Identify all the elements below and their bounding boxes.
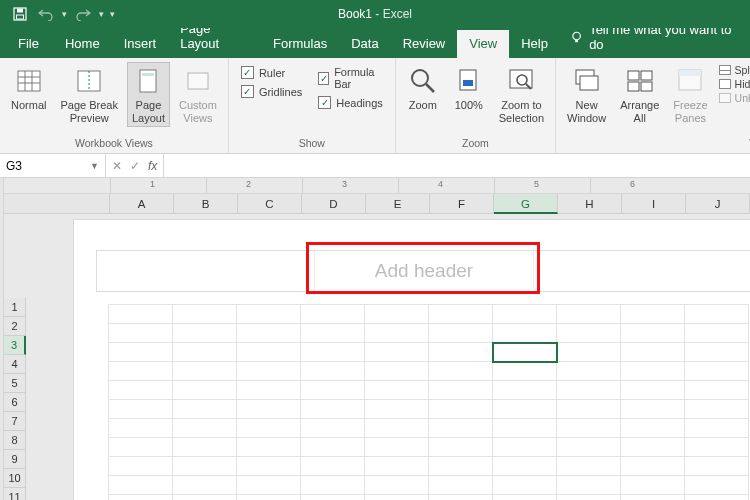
- tab-file[interactable]: File: [4, 30, 53, 58]
- cell-E8[interactable]: [365, 438, 429, 457]
- zoom-to-selection-button[interactable]: Zoom to Selection: [494, 62, 549, 127]
- cell-C11[interactable]: [237, 495, 301, 501]
- cell-D1[interactable]: [301, 305, 365, 324]
- cell-H5[interactable]: [557, 381, 621, 400]
- unhide-button[interactable]: Unhide: [719, 92, 750, 104]
- cell-G9[interactable]: [493, 457, 557, 476]
- cell-G7[interactable]: [493, 419, 557, 438]
- name-box-dropdown-icon[interactable]: ▼: [90, 161, 99, 171]
- tab-help[interactable]: Help: [509, 30, 560, 58]
- page-header-zone[interactable]: Add header: [96, 250, 750, 292]
- cell-H4[interactable]: [557, 362, 621, 381]
- cell-G5[interactable]: [493, 381, 557, 400]
- row-header-2[interactable]: 2: [4, 317, 26, 336]
- cell-D7[interactable]: [301, 419, 365, 438]
- tab-data[interactable]: Data: [339, 30, 390, 58]
- cell-J5[interactable]: [685, 381, 749, 400]
- zoom-100-button[interactable]: 100%: [448, 62, 490, 115]
- formula-input[interactable]: [164, 154, 750, 177]
- cell-J2[interactable]: [685, 324, 749, 343]
- cell-E7[interactable]: [365, 419, 429, 438]
- cell-F9[interactable]: [429, 457, 493, 476]
- cell-C9[interactable]: [237, 457, 301, 476]
- cell-I1[interactable]: [621, 305, 685, 324]
- header-right-segment[interactable]: [534, 251, 750, 291]
- cell-H8[interactable]: [557, 438, 621, 457]
- cell-J11[interactable]: [685, 495, 749, 501]
- cell-A10[interactable]: [109, 476, 173, 495]
- cell-F10[interactable]: [429, 476, 493, 495]
- header-left-segment[interactable]: [97, 251, 315, 291]
- cell-C10[interactable]: [237, 476, 301, 495]
- cell-J8[interactable]: [685, 438, 749, 457]
- cell-C2[interactable]: [237, 324, 301, 343]
- cell-C1[interactable]: [237, 305, 301, 324]
- row-header-7[interactable]: 7: [4, 412, 26, 431]
- cell-G6[interactable]: [493, 400, 557, 419]
- cell-A11[interactable]: [109, 495, 173, 501]
- cancel-formula-icon[interactable]: ✕: [112, 159, 122, 173]
- normal-view-button[interactable]: Normal: [6, 62, 51, 115]
- cell-E1[interactable]: [365, 305, 429, 324]
- cell-E9[interactable]: [365, 457, 429, 476]
- gridlines-checkbox[interactable]: ✓Gridlines: [241, 85, 302, 98]
- undo-dropdown-icon[interactable]: ▾: [62, 9, 67, 19]
- cell-G3[interactable]: [493, 343, 557, 362]
- cell-C4[interactable]: [237, 362, 301, 381]
- cell-C5[interactable]: [237, 381, 301, 400]
- cell-F1[interactable]: [429, 305, 493, 324]
- cell-A3[interactable]: [109, 343, 173, 362]
- cell-I9[interactable]: [621, 457, 685, 476]
- cell-D3[interactable]: [301, 343, 365, 362]
- qat-customize-icon[interactable]: ▾: [110, 9, 115, 19]
- cell-J9[interactable]: [685, 457, 749, 476]
- row-header-8[interactable]: 8: [4, 431, 26, 450]
- name-box[interactable]: G3 ▼: [0, 154, 106, 177]
- tab-insert[interactable]: Insert: [112, 30, 169, 58]
- cell-E2[interactable]: [365, 324, 429, 343]
- new-window-button[interactable]: New Window: [562, 62, 611, 127]
- row-header-9[interactable]: 9: [4, 450, 26, 469]
- cell-G10[interactable]: [493, 476, 557, 495]
- hide-button[interactable]: Hide: [719, 78, 750, 90]
- cell-B4[interactable]: [173, 362, 237, 381]
- column-header-H[interactable]: H: [558, 194, 622, 214]
- cell-E6[interactable]: [365, 400, 429, 419]
- column-header-G[interactable]: G: [494, 194, 558, 214]
- page-break-preview-button[interactable]: Page Break Preview: [55, 62, 122, 127]
- cell-A5[interactable]: [109, 381, 173, 400]
- cell-grid[interactable]: [108, 304, 749, 500]
- cell-I7[interactable]: [621, 419, 685, 438]
- cell-F7[interactable]: [429, 419, 493, 438]
- cell-G4[interactable]: [493, 362, 557, 381]
- cell-H6[interactable]: [557, 400, 621, 419]
- column-header-C[interactable]: C: [238, 194, 302, 214]
- cell-E5[interactable]: [365, 381, 429, 400]
- redo-dropdown-icon[interactable]: ▾: [99, 9, 104, 19]
- cell-B7[interactable]: [173, 419, 237, 438]
- cell-C3[interactable]: [237, 343, 301, 362]
- cell-I5[interactable]: [621, 381, 685, 400]
- cell-D4[interactable]: [301, 362, 365, 381]
- cell-B1[interactable]: [173, 305, 237, 324]
- column-header-F[interactable]: F: [430, 194, 494, 214]
- cell-D10[interactable]: [301, 476, 365, 495]
- cell-G2[interactable]: [493, 324, 557, 343]
- cell-H3[interactable]: [557, 343, 621, 362]
- cell-I10[interactable]: [621, 476, 685, 495]
- horizontal-ruler[interactable]: 123456: [4, 178, 750, 194]
- cell-A9[interactable]: [109, 457, 173, 476]
- cell-F8[interactable]: [429, 438, 493, 457]
- freeze-panes-button[interactable]: Freeze Panes: [668, 62, 712, 127]
- tab-view[interactable]: View: [457, 30, 509, 58]
- row-header-5[interactable]: 5: [4, 374, 26, 393]
- cell-H7[interactable]: [557, 419, 621, 438]
- cell-C7[interactable]: [237, 419, 301, 438]
- arrange-all-button[interactable]: Arrange All: [615, 62, 664, 127]
- cell-B6[interactable]: [173, 400, 237, 419]
- cell-B9[interactable]: [173, 457, 237, 476]
- cell-J4[interactable]: [685, 362, 749, 381]
- column-header-A[interactable]: A: [110, 194, 174, 214]
- zoom-button[interactable]: Zoom: [402, 62, 444, 115]
- column-header-J[interactable]: J: [686, 194, 750, 214]
